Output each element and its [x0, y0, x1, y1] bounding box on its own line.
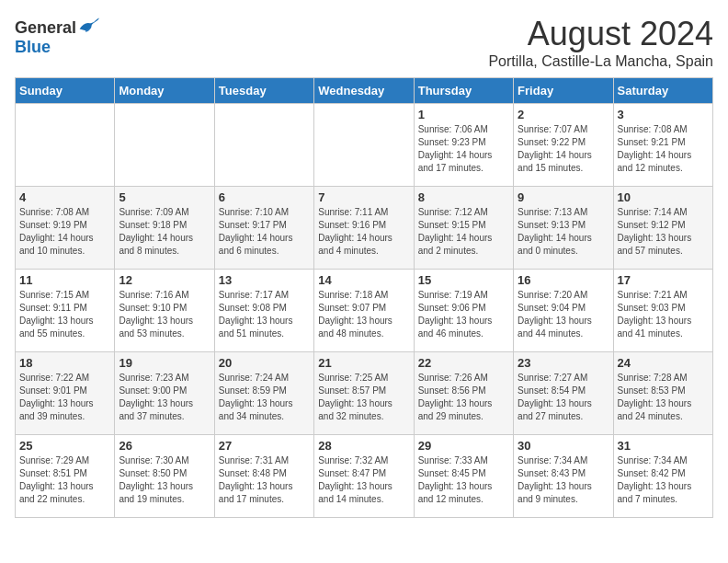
day-info: Sunrise: 7:23 AM Sunset: 9:00 PM Dayligh… — [119, 372, 210, 423]
day-number: 1 — [418, 108, 509, 121]
day-number: 6 — [219, 190, 310, 204]
day-info: Sunrise: 7:09 AM Sunset: 9:18 PM Dayligh… — [119, 206, 210, 258]
day-number: 25 — [19, 439, 110, 453]
day-number: 28 — [318, 439, 409, 453]
day-number: 10 — [618, 190, 709, 204]
day-info: Sunrise: 7:14 AM Sunset: 9:12 PM Dayligh… — [618, 206, 709, 258]
calendar-cell: 28Sunrise: 7:32 AM Sunset: 8:47 PM Dayli… — [314, 435, 414, 518]
column-header-friday: Friday — [514, 78, 613, 104]
calendar-cell: 18Sunrise: 7:22 AM Sunset: 9:01 PM Dayli… — [16, 352, 115, 435]
calendar-cell — [314, 104, 414, 187]
column-header-wednesday: Wednesday — [314, 78, 414, 104]
calendar-week-row: 4Sunrise: 7:08 AM Sunset: 9:19 PM Daylig… — [16, 187, 713, 270]
day-number: 4 — [19, 190, 110, 204]
day-info: Sunrise: 7:19 AM Sunset: 9:06 PM Dayligh… — [418, 289, 509, 340]
calendar-cell: 19Sunrise: 7:23 AM Sunset: 9:00 PM Dayli… — [115, 352, 214, 435]
day-number: 27 — [219, 439, 310, 453]
calendar-header-row: SundayMondayTuesdayWednesdayThursdayFrid… — [16, 78, 713, 104]
day-number: 14 — [318, 273, 409, 287]
logo-bird-icon — [78, 15, 100, 33]
logo-blue-text: Blue — [15, 38, 51, 56]
day-number: 15 — [418, 273, 509, 287]
day-number: 29 — [418, 439, 509, 453]
day-info: Sunrise: 7:20 AM Sunset: 9:04 PM Dayligh… — [518, 289, 609, 340]
day-info: Sunrise: 7:08 AM Sunset: 9:21 PM Dayligh… — [618, 123, 709, 175]
calendar-cell: 11Sunrise: 7:15 AM Sunset: 9:11 PM Dayli… — [16, 270, 115, 352]
day-info: Sunrise: 7:24 AM Sunset: 8:59 PM Dayligh… — [219, 372, 310, 423]
day-info: Sunrise: 7:27 AM Sunset: 8:54 PM Dayligh… — [518, 372, 609, 423]
day-info: Sunrise: 7:06 AM Sunset: 9:23 PM Dayligh… — [418, 123, 509, 175]
calendar-cell: 22Sunrise: 7:26 AM Sunset: 8:56 PM Dayli… — [414, 352, 513, 435]
calendar-cell: 27Sunrise: 7:31 AM Sunset: 8:48 PM Dayli… — [214, 435, 313, 518]
day-info: Sunrise: 7:15 AM Sunset: 9:11 PM Dayligh… — [19, 289, 110, 340]
day-number: 23 — [518, 356, 609, 370]
calendar-table: SundayMondayTuesdayWednesdayThursdayFrid… — [15, 77, 713, 518]
calendar-cell: 20Sunrise: 7:24 AM Sunset: 8:59 PM Dayli… — [214, 352, 313, 435]
day-number: 13 — [219, 273, 310, 287]
calendar-cell — [115, 104, 214, 187]
day-number: 9 — [518, 190, 609, 204]
calendar-cell: 25Sunrise: 7:29 AM Sunset: 8:51 PM Dayli… — [16, 435, 115, 518]
calendar-cell: 24Sunrise: 7:28 AM Sunset: 8:53 PM Dayli… — [613, 352, 712, 435]
calendar-week-row: 1Sunrise: 7:06 AM Sunset: 9:23 PM Daylig… — [16, 104, 713, 187]
day-info: Sunrise: 7:26 AM Sunset: 8:56 PM Dayligh… — [418, 372, 509, 423]
day-number: 16 — [518, 273, 609, 287]
calendar-cell: 5Sunrise: 7:09 AM Sunset: 9:18 PM Daylig… — [115, 187, 214, 270]
calendar-cell: 31Sunrise: 7:34 AM Sunset: 8:42 PM Dayli… — [613, 435, 712, 518]
day-info: Sunrise: 7:30 AM Sunset: 8:50 PM Dayligh… — [119, 454, 210, 506]
calendar-cell: 29Sunrise: 7:33 AM Sunset: 8:45 PM Dayli… — [414, 435, 513, 518]
day-number: 7 — [318, 190, 409, 204]
header: General Blue August 2024 Portilla, Casti… — [15, 15, 713, 70]
location-title: Portilla, Castille-La Mancha, Spain — [488, 53, 713, 70]
day-info: Sunrise: 7:13 AM Sunset: 9:13 PM Dayligh… — [518, 206, 609, 258]
day-info: Sunrise: 7:10 AM Sunset: 9:17 PM Dayligh… — [219, 206, 310, 258]
calendar-cell — [214, 104, 313, 187]
day-info: Sunrise: 7:34 AM Sunset: 8:42 PM Dayligh… — [618, 454, 709, 506]
day-number: 21 — [318, 356, 409, 370]
day-info: Sunrise: 7:21 AM Sunset: 9:03 PM Dayligh… — [618, 289, 709, 340]
day-info: Sunrise: 7:22 AM Sunset: 9:01 PM Dayligh… — [19, 372, 110, 423]
calendar-week-row: 18Sunrise: 7:22 AM Sunset: 9:01 PM Dayli… — [16, 352, 713, 435]
calendar-cell: 30Sunrise: 7:34 AM Sunset: 8:43 PM Dayli… — [514, 435, 613, 518]
calendar-cell: 14Sunrise: 7:18 AM Sunset: 9:07 PM Dayli… — [314, 270, 414, 352]
calendar-week-row: 11Sunrise: 7:15 AM Sunset: 9:11 PM Dayli… — [16, 270, 713, 352]
day-info: Sunrise: 7:25 AM Sunset: 8:57 PM Dayligh… — [318, 372, 409, 423]
calendar-cell: 7Sunrise: 7:11 AM Sunset: 9:16 PM Daylig… — [314, 187, 414, 270]
day-number: 22 — [418, 356, 509, 370]
day-info: Sunrise: 7:17 AM Sunset: 9:08 PM Dayligh… — [219, 289, 310, 340]
day-info: Sunrise: 7:11 AM Sunset: 9:16 PM Dayligh… — [318, 206, 409, 258]
day-info: Sunrise: 7:28 AM Sunset: 8:53 PM Dayligh… — [618, 372, 709, 423]
calendar-cell: 26Sunrise: 7:30 AM Sunset: 8:50 PM Dayli… — [115, 435, 214, 518]
day-number: 17 — [618, 273, 709, 287]
day-number: 24 — [618, 356, 709, 370]
day-number: 26 — [119, 439, 210, 453]
day-number: 19 — [119, 356, 210, 370]
calendar-cell: 12Sunrise: 7:16 AM Sunset: 9:10 PM Dayli… — [115, 270, 214, 352]
day-number: 8 — [418, 190, 509, 204]
calendar-week-row: 25Sunrise: 7:29 AM Sunset: 8:51 PM Dayli… — [16, 435, 713, 518]
column-header-monday: Monday — [115, 78, 214, 104]
calendar-cell: 4Sunrise: 7:08 AM Sunset: 9:19 PM Daylig… — [16, 187, 115, 270]
logo-general-text: General — [15, 18, 76, 37]
calendar-cell: 15Sunrise: 7:19 AM Sunset: 9:06 PM Dayli… — [414, 270, 513, 352]
day-info: Sunrise: 7:12 AM Sunset: 9:15 PM Dayligh… — [418, 206, 509, 258]
calendar-cell: 13Sunrise: 7:17 AM Sunset: 9:08 PM Dayli… — [214, 270, 313, 352]
column-header-sunday: Sunday — [16, 78, 115, 104]
day-number: 12 — [119, 273, 210, 287]
day-info: Sunrise: 7:08 AM Sunset: 9:19 PM Dayligh… — [19, 206, 110, 258]
calendar-cell: 21Sunrise: 7:25 AM Sunset: 8:57 PM Dayli… — [314, 352, 414, 435]
calendar-cell: 2Sunrise: 7:07 AM Sunset: 9:22 PM Daylig… — [514, 104, 613, 187]
day-number: 18 — [19, 356, 110, 370]
calendar-cell: 10Sunrise: 7:14 AM Sunset: 9:12 PM Dayli… — [613, 187, 712, 270]
calendar-cell — [16, 104, 115, 187]
day-info: Sunrise: 7:31 AM Sunset: 8:48 PM Dayligh… — [219, 454, 310, 506]
day-info: Sunrise: 7:32 AM Sunset: 8:47 PM Dayligh… — [318, 454, 409, 506]
day-number: 5 — [119, 190, 210, 204]
column-header-tuesday: Tuesday — [214, 78, 313, 104]
calendar-cell: 3Sunrise: 7:08 AM Sunset: 9:21 PM Daylig… — [613, 104, 712, 187]
month-title: August 2024 — [488, 15, 713, 53]
day-info: Sunrise: 7:07 AM Sunset: 9:22 PM Dayligh… — [518, 123, 609, 175]
calendar-cell: 9Sunrise: 7:13 AM Sunset: 9:13 PM Daylig… — [514, 187, 613, 270]
calendar-cell: 8Sunrise: 7:12 AM Sunset: 9:15 PM Daylig… — [414, 187, 513, 270]
day-number: 3 — [618, 108, 709, 121]
